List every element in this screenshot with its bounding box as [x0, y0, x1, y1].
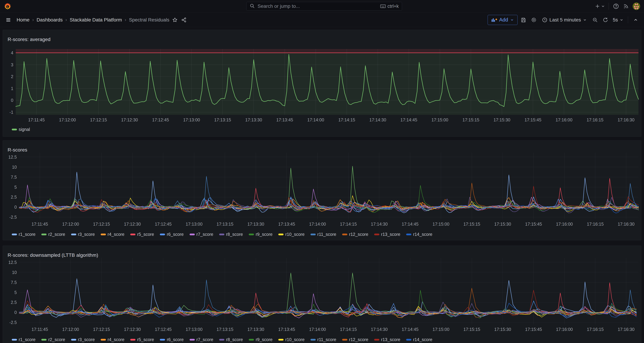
legend-color-pill — [219, 339, 224, 340]
zoom-out-icon[interactable] — [590, 16, 600, 25]
breadcrumb-current: Spectral Residuals — [129, 17, 169, 23]
legend-label: r1_score — [19, 232, 36, 237]
x-axis-tick: 17:16:15 — [587, 327, 604, 332]
legend-item-r4_score[interactable]: r4_score — [101, 232, 124, 237]
menu-icon[interactable] — [4, 16, 13, 25]
x-axis-tick: 17:15:45 — [525, 327, 542, 332]
add-panel-button[interactable]: Add — [488, 15, 518, 25]
legend-item-r6_score[interactable]: r6_score — [160, 337, 184, 342]
timeseries-chart[interactable]: 43210-117:11:4517:12:0017:12:1517:12:301… — [3, 40, 641, 124]
x-axis-tick: 17:15:45 — [525, 222, 542, 226]
legend-item-r13_score[interactable]: r13_score — [374, 337, 400, 342]
legend-item-r7_score[interactable]: r7_score — [190, 337, 213, 342]
favorite-star-icon[interactable] — [170, 16, 180, 25]
legend-item-r2_score[interactable]: r2_score — [41, 337, 65, 342]
legend-color-pill — [278, 339, 284, 340]
legend-color-pill — [249, 339, 254, 340]
y-axis-tick: -1 — [10, 110, 13, 115]
x-axis-tick: 17:16:15 — [586, 117, 603, 122]
legend-label: r11_score — [318, 337, 336, 342]
x-axis-tick: 17:13:00 — [183, 117, 200, 122]
legend-item-r5_score[interactable]: r5_score — [130, 337, 154, 342]
legend-item-r4_score[interactable]: r4_score — [101, 337, 124, 342]
x-axis-tick: 17:14:45 — [400, 117, 417, 122]
legend-item-r9_score[interactable]: r9_score — [249, 337, 272, 342]
legend-color-pill — [130, 339, 136, 340]
legend-item-r1_score[interactable]: r1_score — [12, 337, 36, 342]
legend-item-r11_score[interactable]: r11_score — [310, 232, 336, 237]
x-axis-tick: 17:14:30 — [371, 222, 388, 226]
new-button[interactable] — [594, 2, 606, 11]
dashboard-settings-icon[interactable] — [529, 16, 538, 25]
time-range-picker[interactable]: Last 5 minutes — [540, 15, 589, 25]
legend-color-pill — [41, 339, 46, 340]
panel-r-scores-downsampled: R-scores: downsampled (LTTB algorithm) 1… — [2, 245, 642, 343]
y-axis-tick: 7.5 — [11, 280, 17, 285]
legend-item-r9_score[interactable]: r9_score — [249, 232, 272, 237]
save-dashboard-icon[interactable] — [519, 16, 528, 25]
breadcrumb-home[interactable]: Home — [16, 17, 30, 23]
timeseries-chart[interactable]: 12.5107.552.50-2.517:11:4517:12:0017:12:… — [3, 151, 641, 229]
timeseries-chart[interactable]: 12.5107.552.50-2.517:11:4517:12:0017:12:… — [3, 256, 641, 334]
global-search[interactable]: ctrl+k — [246, 2, 402, 11]
legend-label: r13_score — [381, 232, 400, 237]
legend-item-r1_score[interactable]: r1_score — [12, 232, 36, 237]
x-axis-tick: 17:14:15 — [340, 327, 357, 332]
y-axis-tick: 7.5 — [11, 175, 17, 180]
legend-color-pill — [160, 339, 165, 340]
avatar[interactable] — [632, 2, 641, 11]
refresh-interval-dropdown[interactable]: 5s — [611, 17, 625, 23]
x-axis-tick: 17:15:30 — [494, 222, 511, 226]
breadcrumb-dashboards[interactable]: Dashboards — [36, 17, 62, 23]
legend-color-pill — [130, 234, 136, 235]
x-axis-tick: 17:14:30 — [369, 117, 386, 122]
refresh-icon[interactable] — [601, 16, 610, 25]
x-axis-tick: 17:15:15 — [464, 222, 480, 226]
share-icon[interactable] — [180, 16, 188, 25]
breadcrumb-folder[interactable]: Stackable Data Platform — [70, 17, 122, 23]
y-axis-tick: 3 — [11, 62, 13, 67]
chevron-down-icon — [620, 18, 624, 22]
collapse-toolbar-icon[interactable] — [631, 16, 640, 25]
legend-item-r2_score[interactable]: r2_score — [41, 232, 65, 237]
legend-color-pill — [190, 234, 195, 235]
breadcrumb-separator: › — [66, 17, 67, 23]
legend-item-r14_score[interactable]: r14_score — [406, 337, 432, 342]
legend-color-pill — [278, 234, 284, 235]
y-axis-tick: 2.5 — [11, 195, 17, 199]
x-axis-tick: 17:14:45 — [402, 222, 418, 226]
grafana-logo[interactable] — [4, 2, 12, 11]
x-axis-tick: 17:15:00 — [432, 327, 450, 332]
legend-label: r3_score — [78, 337, 95, 342]
legend-item-signal[interactable]: signal — [12, 127, 30, 132]
legend-item-r6_score[interactable]: r6_score — [160, 232, 184, 237]
legend-item-r10_score[interactable]: r10_score — [278, 337, 304, 342]
legend-color-pill — [374, 234, 379, 235]
legend-color-pill — [12, 129, 17, 130]
legend-item-r12_score[interactable]: r12_score — [342, 232, 368, 237]
help-icon[interactable] — [612, 2, 620, 11]
legend-item-r12_score[interactable]: r12_score — [342, 337, 368, 342]
legend-item-r3_score[interactable]: r3_score — [71, 232, 95, 237]
legend-item-r13_score[interactable]: r13_score — [374, 232, 400, 237]
legend-item-r14_score[interactable]: r14_score — [406, 232, 432, 237]
legend-item-r10_score[interactable]: r10_score — [278, 232, 304, 237]
legend-label: r10_score — [285, 232, 304, 237]
legend-item-r5_score[interactable]: r5_score — [130, 232, 154, 237]
legend-label: r9_score — [256, 337, 272, 342]
legend-label: r9_score — [256, 232, 272, 237]
legend-item-r3_score[interactable]: r3_score — [71, 337, 95, 342]
legend-item-r7_score[interactable]: r7_score — [190, 232, 213, 237]
x-axis-tick: 17:15:30 — [494, 117, 510, 122]
x-axis-tick: 17:14:45 — [402, 327, 418, 332]
x-axis-tick: 17:12:00 — [62, 327, 79, 332]
x-axis-tick: 17:12:00 — [62, 222, 79, 226]
news-icon[interactable] — [622, 2, 630, 11]
legend-item-r11_score[interactable]: r11_score — [310, 337, 336, 342]
search-input[interactable] — [257, 3, 378, 9]
threshold-region-above — [16, 49, 638, 53]
y-axis-tick: -2.5 — [9, 215, 17, 220]
legend-item-r8_score[interactable]: r8_score — [219, 337, 243, 342]
legend-item-r8_score[interactable]: r8_score — [219, 232, 243, 237]
legend-color-pill — [406, 339, 411, 340]
